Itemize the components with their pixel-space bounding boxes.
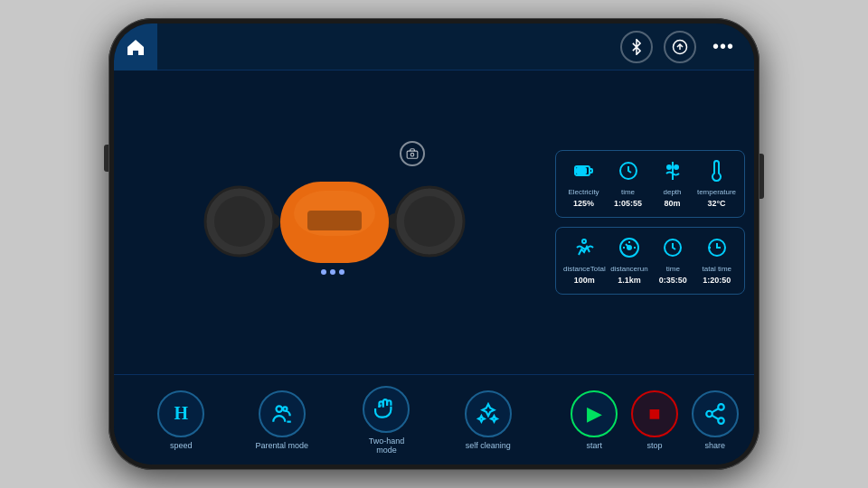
distance-total-label: distanceTotal <box>563 265 606 273</box>
stat-total-time: tatal time 1:20:50 <box>697 237 737 285</box>
time-value: 1:05:55 <box>614 199 642 208</box>
svg-point-21 <box>582 239 586 243</box>
twohand-mode-button[interactable]: Two-hand mode <box>359 386 413 455</box>
svg-line-30 <box>712 415 718 418</box>
svg-point-22 <box>627 246 631 249</box>
bottom-controls: H speed Parental mode <box>114 374 754 465</box>
stat-distance-total: distanceTotal 100m <box>563 237 606 285</box>
drone-area <box>114 70 555 374</box>
temperature-label: temperature <box>697 188 736 196</box>
svg-point-27 <box>718 404 724 410</box>
svg-point-28 <box>706 410 712 417</box>
mode-controls: H speed Parental mode <box>114 375 555 465</box>
stop-icon: ■ <box>631 390 678 437</box>
svg-point-20 <box>675 165 678 169</box>
camera-icon[interactable] <box>400 141 425 166</box>
action-controls: ▶ start ■ stop <box>555 375 754 465</box>
camera-svg <box>406 147 419 160</box>
speed-icon: H <box>157 390 204 437</box>
stats-area: Electricity 125% time 1:05:55 <box>555 70 754 374</box>
svg-point-25 <box>276 406 282 412</box>
svg-point-7 <box>214 196 265 247</box>
temperature-value: 32°C <box>707 199 725 208</box>
depth-label: depth <box>663 188 681 196</box>
distance-run-value: 1.1km <box>618 276 641 285</box>
svg-point-15 <box>339 269 344 275</box>
svg-point-13 <box>321 269 326 275</box>
stats-box-2: distanceTotal 100m <box>555 227 745 295</box>
selfcleaning-label: self cleaning <box>466 441 511 450</box>
speed-label: speed <box>170 441 193 450</box>
time-label: time <box>621 188 635 196</box>
more-button[interactable]: ••• <box>707 31 740 63</box>
svg-rect-12 <box>307 211 362 230</box>
twohand-label: Two-hand mode <box>359 436 413 455</box>
electricity-label: Electricity <box>568 188 599 196</box>
stat-electricity: Electricity 125% <box>563 160 604 208</box>
clock2-icon <box>662 237 684 262</box>
stat-depth: depth 80m <box>652 160 693 208</box>
time2-label: time <box>666 265 680 273</box>
svg-point-19 <box>667 165 671 169</box>
swim-icon <box>573 237 595 262</box>
stop-label: stop <box>646 441 662 450</box>
start-label: start <box>587 441 603 450</box>
stat-temperature: temperature 32°C <box>696 160 737 208</box>
svg-rect-2 <box>407 151 418 158</box>
share-label: share <box>704 441 725 450</box>
parental-label: Parental mode <box>256 441 309 450</box>
stat-time2: time 0:35:50 <box>653 237 693 285</box>
parental-icon <box>259 390 306 437</box>
distance-total-value: 100m <box>574 276 595 285</box>
stat-time: time 1:05:55 <box>608 160 648 208</box>
home-icon <box>125 36 146 58</box>
svg-point-14 <box>330 269 335 275</box>
drone-svg <box>190 132 479 313</box>
electricity-value: 125% <box>573 199 594 208</box>
depth-icon <box>662 160 684 185</box>
upload-button[interactable] <box>664 31 696 63</box>
total-time-value: 1:20:50 <box>703 276 731 285</box>
phone-frame: ••• <box>108 18 760 470</box>
clock-icon <box>618 160 639 185</box>
speed-button[interactable]: H speed <box>157 390 204 450</box>
share-icon <box>692 390 739 437</box>
selfcleaning-icon <box>465 390 512 437</box>
svg-point-29 <box>718 418 724 424</box>
time2-value: 0:35:50 <box>659 276 687 285</box>
phone-screen: ••• <box>114 23 754 465</box>
drone-visual <box>190 132 479 313</box>
twohand-icon <box>363 386 410 433</box>
bluetooth-button[interactable] <box>620 31 653 63</box>
battery-icon <box>573 160 595 185</box>
clock3-icon <box>706 237 728 262</box>
stats-box-1: Electricity 125% time 1:05:55 <box>555 150 745 218</box>
home-button[interactable] <box>114 23 157 70</box>
upload-icon <box>672 39 688 55</box>
svg-line-31 <box>712 408 718 412</box>
distance-run-label: distancerun <box>610 265 647 273</box>
start-button[interactable]: ▶ start <box>571 390 618 450</box>
speedometer-icon <box>618 237 640 262</box>
top-bar: ••• <box>114 23 754 70</box>
depth-value: 80m <box>664 199 680 208</box>
total-time-label: tatal time <box>703 265 731 273</box>
bluetooth-icon <box>628 39 645 55</box>
stop-button[interactable]: ■ stop <box>631 390 678 450</box>
stat-distance-run: distancerun 1.1km <box>609 237 649 285</box>
svg-point-3 <box>410 153 414 156</box>
share-button[interactable]: share <box>692 390 739 450</box>
selfcleaning-button[interactable]: self cleaning <box>465 390 512 450</box>
svg-rect-17 <box>577 168 586 174</box>
thermometer-icon <box>706 160 728 185</box>
svg-point-9 <box>404 196 455 247</box>
parental-mode-button[interactable]: Parental mode <box>256 390 309 450</box>
start-icon: ▶ <box>571 390 618 437</box>
main-content: Electricity 125% time 1:05:55 <box>114 70 754 374</box>
